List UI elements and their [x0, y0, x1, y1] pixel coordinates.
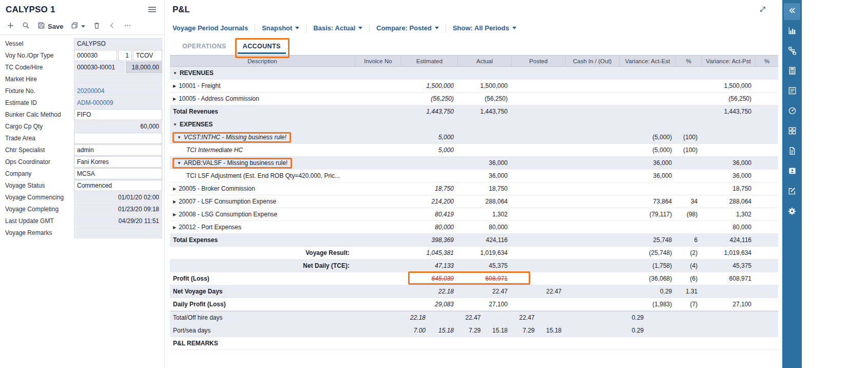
sidebar-item-gauge[interactable] [784, 103, 800, 120]
field-value-fixture-no[interactable]: 20200004 [74, 85, 162, 97]
field-value-voy-no-opr-type[interactable]: 000030 [74, 50, 117, 61]
table-row[interactable]: ▶20008 - LSG Consumption Expense80,4191,… [170, 208, 778, 221]
expand-arrow-icon[interactable]: ▶ [173, 199, 176, 204]
sidebar-item-calculator[interactable] [784, 63, 800, 80]
column-header-description[interactable]: Description [170, 56, 355, 66]
field-value-voyage-completing[interactable]: 01/23/20 09:18 [74, 204, 162, 215]
cell-posted [511, 131, 565, 143]
field-value-voyage-commencing[interactable]: 01/01/20 02:00 [74, 192, 162, 203]
tab-label: ACCOUNTS [243, 43, 281, 50]
sidebar-item-badge[interactable] [784, 163, 800, 180]
column-header-variance-act-pst[interactable]: Variance: Act-Pst [701, 56, 755, 66]
field-value-voyage-remarks[interactable] [74, 227, 162, 238]
table-row[interactable]: ▼ARDB:VALSF - Missing business rule!36,0… [170, 157, 778, 170]
field-value-last-update-gmt[interactable]: 04/29/20 11:51 [74, 215, 162, 227]
field-value-ops-coordinator[interactable]: Fani Korres [74, 156, 162, 168]
sidebar-item-document[interactable] [784, 143, 800, 160]
field-value-voy-no-opr-type-3[interactable]: TCOV [133, 50, 162, 61]
field-value-estimate-id[interactable]: ADM-000009 [74, 97, 162, 108]
table-row[interactable]: Net Daily (TCE):47,13345,375(1,758)(4)45… [170, 260, 778, 272]
column-header-pct[interactable]: % [755, 56, 778, 66]
table-row[interactable]: ▶20005 - Broker Commission18,75018,75018… [170, 182, 778, 195]
more-button[interactable] [124, 22, 131, 31]
table-row[interactable]: Daily Profit (Loss)29,08327,100(1,983)(7… [170, 298, 778, 311]
pop-out-icon[interactable] [759, 5, 767, 15]
cell-actual [457, 67, 511, 79]
field-value-bunker-calc-method[interactable]: FIFO [74, 109, 162, 120]
sidebar-item-hierarchy[interactable] [784, 43, 800, 60]
table-row[interactable]: TCI LSF Adjustment (Est. End ROB Qty=420… [170, 170, 778, 182]
collapse-arrow-icon[interactable]: ▼ [177, 161, 181, 165]
tab-accounts[interactable]: ACCOUNTS [238, 40, 286, 54]
collapse-arrow-icon[interactable]: ▼ [173, 122, 177, 127]
toolbar-link-show-all-periods[interactable]: Show: All Periods [453, 24, 516, 32]
field-value-tc-code-hire[interactable]: 000030-I0001 [74, 62, 125, 73]
table-row[interactable]: Voyage Result:1,045,3811,019,634(25,748)… [170, 247, 778, 260]
field-value-voyage-status[interactable]: Commenced [74, 180, 162, 191]
expand-arrow-icon[interactable]: ▶ [173, 84, 176, 88]
tab-operations[interactable]: OPERATIONS [177, 40, 232, 54]
column-header-pct[interactable]: % [676, 56, 701, 66]
table-row[interactable]: P&L REMARKS [170, 337, 778, 350]
toolbar-link-voyage-period-journals[interactable]: Voyage Period Journals [172, 24, 248, 32]
field-row-voyage-commencing: Voyage Commencing01/01/20 02:00 [5, 192, 162, 203]
hamburger-menu-icon[interactable] [147, 6, 157, 15]
sidebar-item-edit[interactable] [784, 183, 800, 200]
column-header-estimated[interactable]: Estimated [401, 56, 457, 66]
field-value-trade-area[interactable] [74, 133, 162, 144]
cell-value: 1,045,381 [427, 249, 454, 256]
table-row[interactable]: ▶20007 - LSF Consumption Expense214,2002… [170, 195, 778, 208]
table-row[interactable]: ▶20012 - Port Expenses80,00080,00080,000 [170, 221, 778, 234]
expand-arrow-icon[interactable]: ▶ [173, 187, 176, 191]
collapse-arrow-icon[interactable]: ▼ [173, 71, 177, 76]
table-row[interactable]: Net Voyage Days22.1822.4722.470.291.31 [170, 285, 778, 298]
sidebar-item-grid[interactable] [784, 123, 800, 140]
table-row[interactable]: ▶10001 - Freight1,500,0001,500,0001,500,… [170, 80, 778, 93]
toolbar-button-label: Save [48, 23, 63, 30]
cell-value: 424,116 [730, 236, 752, 244]
collapse-arrow-icon[interactable]: ▼ [177, 135, 181, 140]
toolbar-link-basis-actual[interactable]: Basis: Actual [313, 24, 362, 32]
sidebar-item-form[interactable] [784, 83, 800, 100]
table-row[interactable]: Total Revenues1,443,7501,443,7501,443,75… [170, 105, 778, 118]
table-row[interactable]: Total Expenses398,369424,11625,7486424,1… [170, 234, 778, 247]
description-label: EXPENSES [180, 121, 213, 128]
save-button[interactable]: Save [37, 22, 63, 31]
copy-button[interactable] [71, 22, 85, 31]
column-header-cash-in-out[interactable]: Cash In / (Out) [565, 56, 619, 66]
field-value-voy-no-opr-type-2[interactable]: 1 [118, 50, 132, 61]
add-button[interactable] [7, 22, 14, 31]
table-row[interactable]: ▼EXPENSES [170, 118, 778, 131]
sidebar-item-collapse[interactable] [784, 3, 800, 20]
column-header-actual[interactable]: Actual [457, 56, 511, 66]
field-value-chtr-specialist[interactable]: admin [74, 144, 162, 156]
delete-button[interactable] [93, 22, 101, 31]
table-row[interactable]: ▼VCST:INTHC - Missing business rule!5,00… [170, 131, 778, 144]
column-header-variance-act-est[interactable]: Variance: Act-Est [619, 56, 676, 66]
sidebar-item-gear[interactable] [784, 204, 800, 220]
table-row[interactable]: ▼REVENUES [170, 67, 778, 80]
table-row[interactable]: Profit (Loss)645,039608,971(36,068)(6)60… [170, 272, 778, 285]
field-value-market-hire[interactable] [74, 73, 162, 85]
toolbar-link-snapshot[interactable]: Snapshot [262, 24, 299, 32]
column-header-invoice-no[interactable]: Invoice No [355, 56, 401, 66]
cell-invoice-no [355, 157, 401, 169]
back-button[interactable] [108, 22, 116, 31]
expand-arrow-icon[interactable]: ▶ [173, 97, 176, 101]
field-value-vessel[interactable]: CALYPSO [74, 38, 162, 49]
toolbar-link-compare-posted[interactable]: Compare: Posted [376, 24, 439, 32]
table-row[interactable]: TCI Intermediate HC5,000(5,000)(100) [170, 144, 778, 157]
field-value-cargo-cp-qty[interactable]: 60,000 [74, 121, 162, 132]
table-row[interactable]: Port/sea days7.0015.187.2915.187.2915.18… [170, 324, 778, 337]
expand-arrow-icon[interactable]: ▶ [173, 212, 176, 217]
cell-value: 1,019,634 [480, 249, 508, 256]
column-header-posted[interactable]: Posted [511, 56, 565, 66]
table-row[interactable]: ▶10005 - Address Commission(56,250)(56,2… [170, 93, 778, 105]
table-row[interactable]: Total/Off hire days22.1822.4722.470.29 [170, 311, 778, 324]
field-values-chtr-specialist: admin [74, 144, 162, 156]
field-value-tc-code-hire-2[interactable]: 18,000.00 [126, 62, 162, 73]
search-button[interactable] [22, 22, 30, 31]
sidebar-item-chart[interactable] [784, 23, 800, 40]
expand-arrow-icon[interactable]: ▶ [173, 225, 176, 230]
field-value-company[interactable]: MCSA [74, 168, 162, 179]
